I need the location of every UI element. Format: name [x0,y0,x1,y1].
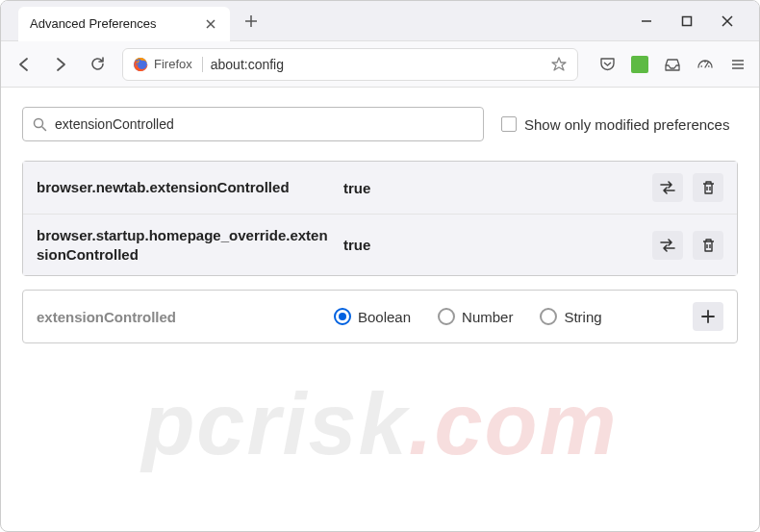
radio-number[interactable]: Number [438,308,513,325]
radio-string[interactable]: String [540,308,601,325]
delete-button[interactable] [693,231,723,260]
preferences-list: browser.newtab.extensionControlled true … [22,161,738,276]
url-bar[interactable]: Firefox about:config [122,48,578,81]
svg-point-2 [35,118,43,127]
extension-icon[interactable] [630,55,649,74]
radio-icon [334,308,351,325]
pref-name: browser.newtab.extensionControlled [37,178,330,197]
url-text: about:config [211,57,543,72]
maximize-button[interactable] [672,7,701,36]
titlebar: Advanced Preferences [1,1,759,41]
checkbox-icon[interactable] [501,116,517,132]
radio-boolean[interactable]: Boolean [334,308,411,325]
radio-icon [438,308,455,325]
back-button[interactable] [13,53,36,76]
window-controls [632,7,759,36]
search-icon [33,117,47,132]
pocket-icon[interactable] [597,55,617,74]
radio-label: Boolean [358,309,411,325]
tab-title: Advanced Preferences [30,16,203,31]
pref-row: browser.startup.homepage_override.extens… [23,215,737,275]
checkbox-label: Show only modified preferences [524,116,729,133]
browser-toolbar: Firefox about:config [1,41,759,88]
close-window-button[interactable] [713,7,742,36]
delete-button[interactable] [693,173,723,202]
pref-value: true [343,180,639,196]
type-radio-group: Boolean Number String [334,308,679,325]
page-content: Show only modified preferences browser.n… [1,88,759,363]
toggle-button[interactable] [652,173,683,202]
bookmark-star-icon[interactable] [550,56,568,73]
pref-name: browser.startup.homepage_override.extens… [37,226,330,264]
forward-button[interactable] [49,53,72,76]
radio-label: Number [462,309,513,325]
dashboard-icon[interactable] [696,55,715,74]
browser-tab[interactable]: Advanced Preferences [18,7,230,41]
reload-button[interactable] [86,53,109,76]
add-button[interactable] [693,302,723,331]
search-input[interactable] [55,116,473,132]
pref-row: browser.newtab.extensionControlled true [23,162,737,215]
new-preference-row: extensionControlled Boolean Number Strin… [22,290,738,343]
identity-label: Firefox [154,57,192,71]
inbox-icon[interactable] [663,55,682,74]
close-tab-icon[interactable] [203,16,218,32]
svg-rect-0 [683,16,692,25]
new-pref-name: extensionControlled [37,309,320,325]
hamburger-menu-icon[interactable] [728,55,747,74]
pref-value: true [343,237,639,253]
firefox-logo-icon [133,57,148,72]
radio-icon [540,308,557,325]
show-modified-checkbox-row[interactable]: Show only modified preferences [501,116,729,133]
minimize-button[interactable] [632,7,661,36]
new-tab-button[interactable] [238,8,265,35]
identity-box[interactable]: Firefox [133,57,203,72]
search-preference-box[interactable] [22,107,484,141]
radio-label: String [564,309,601,325]
toggle-button[interactable] [652,231,683,260]
